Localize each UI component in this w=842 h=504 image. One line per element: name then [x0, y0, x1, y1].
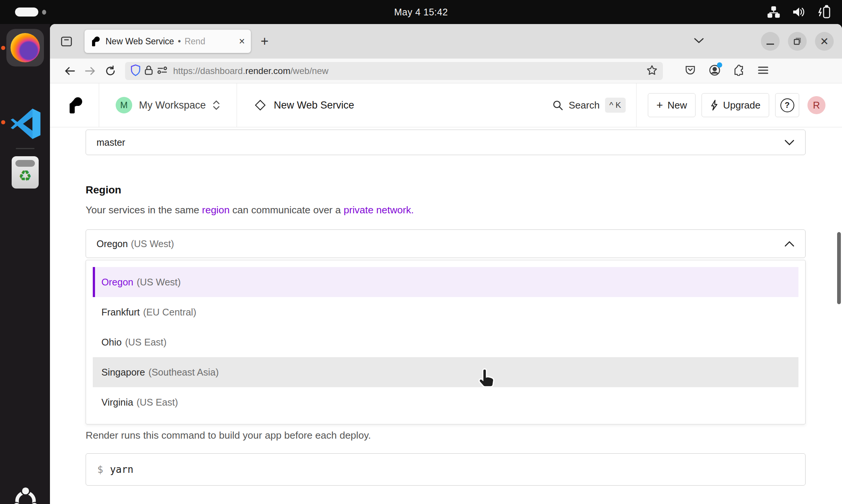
user-avatar[interactable]: R [807, 96, 825, 114]
lightning-icon [710, 100, 718, 111]
scrollbar-thumb[interactable] [837, 232, 841, 304]
region-description: Your services in the same region can com… [86, 204, 806, 216]
navigation-bar: https://dashboard.render.com/web/new [50, 59, 842, 83]
region-select[interactable]: Oregon (US West) [86, 229, 806, 258]
chevron-up-icon [784, 238, 795, 249]
search-label: Search [569, 100, 599, 111]
volume-icon [792, 5, 806, 19]
shell-prompt: $ [97, 464, 103, 475]
system-top-bar: May 4 15:42 [0, 0, 842, 24]
render-logo[interactable] [67, 97, 83, 114]
search-shortcut: ^ K [605, 98, 626, 113]
header-divider [636, 83, 637, 127]
account-icon[interactable] [709, 64, 721, 78]
render-app-header: M My Workspace New Web Service Search ^ … [50, 83, 842, 127]
lock-icon[interactable] [144, 65, 154, 77]
minimize-button[interactable] [761, 32, 780, 51]
reload-button[interactable] [100, 65, 121, 77]
pocket-icon[interactable] [685, 65, 696, 77]
branch-select[interactable]: master [86, 130, 806, 155]
recycle-icon: ♻ [18, 168, 32, 183]
page-title-group: New Web Service [255, 100, 354, 111]
question-icon: ? [780, 98, 794, 112]
back-button[interactable] [60, 66, 80, 76]
private-network-link[interactable]: private network. [344, 204, 414, 216]
dock-item-show-apps-ubuntu[interactable] [10, 485, 41, 504]
menu-icon[interactable] [757, 66, 769, 76]
diamond-icon [255, 100, 266, 110]
workspace-name: My Workspace [139, 100, 206, 111]
region-dropdown: Oregon(US West) Frankfurt(EU Central) Oh… [86, 260, 806, 424]
new-tab-button[interactable]: + [261, 33, 269, 49]
dock-item-firefox[interactable] [6, 29, 44, 66]
tab-new-web-service[interactable]: New Web Service•Rend × [85, 30, 251, 53]
url-bar[interactable]: https://dashboard.render.com/web/new [125, 62, 663, 80]
tab-title: New Web Service•Rend [106, 36, 236, 47]
new-button[interactable]: + New [648, 93, 696, 117]
battery-icon [817, 5, 832, 19]
workspace-avatar: M [116, 97, 132, 113]
build-command-value: yarn [110, 464, 134, 475]
build-command-input[interactable]: $ yarn [86, 453, 806, 486]
workspace-switcher[interactable]: M My Workspace [116, 97, 220, 113]
trash-lid [15, 160, 35, 167]
plus-icon: + [656, 99, 663, 112]
search-button[interactable]: Search ^ K [552, 98, 626, 113]
close-button[interactable]: ✕ [815, 32, 834, 51]
header-divider [99, 83, 99, 127]
url-text[interactable]: https://dashboard.render.com/web/new [173, 66, 329, 76]
page-title: New Web Service [274, 100, 354, 111]
dock-divider [16, 148, 35, 149]
dock-item-trash[interactable]: ♻ [12, 156, 39, 189]
system-tray[interactable] [767, 0, 832, 24]
system-clock[interactable]: May 4 15:42 [0, 7, 842, 18]
maximize-button[interactable] [788, 32, 807, 51]
region-option-frankfurt[interactable]: Frankfurt(EU Central) [93, 297, 798, 327]
mouse-cursor-hand [478, 368, 496, 391]
vscode-running-indicator [1, 120, 5, 124]
tab-title-fade [210, 36, 236, 47]
network-icon [767, 5, 780, 19]
firefox-running-indicator [1, 46, 5, 50]
forward-button[interactable] [80, 66, 100, 76]
account-notification-dot [717, 62, 722, 68]
chevron-down-icon [784, 137, 795, 148]
region-option-singapore[interactable]: Singapore(Southeast Asia) [93, 357, 798, 387]
chevron-updown-icon [213, 100, 220, 111]
tracking-shield-icon[interactable] [130, 64, 141, 78]
permissions-icon[interactable] [157, 65, 168, 77]
upgrade-button[interactable]: Upgrade [702, 93, 769, 117]
firefox-view-button[interactable] [57, 32, 76, 51]
region-option-ohio[interactable]: Ohio(US East) [93, 327, 798, 357]
help-button[interactable]: ? [775, 93, 799, 117]
bookmark-star-icon[interactable] [646, 65, 658, 77]
dock: ♻ [0, 24, 50, 504]
firefox-window: New Web Service•Rend × + ✕ [50, 24, 842, 504]
firefox-icon [11, 33, 40, 62]
search-icon [552, 100, 563, 111]
page-content: master Region Your services in the same … [50, 127, 842, 504]
dock-item-vscode[interactable] [10, 107, 41, 139]
render-favicon [91, 36, 100, 47]
region-option-oregon[interactable]: Oregon(US West) [93, 267, 798, 297]
list-all-tabs-chevron-icon[interactable] [693, 37, 705, 45]
extensions-icon[interactable] [733, 65, 745, 77]
build-command-description: Render runs this command to build your a… [86, 430, 806, 441]
header-divider [237, 83, 237, 127]
region-heading: Region [86, 184, 806, 196]
region-option-virginia[interactable]: Virginia(US East) [93, 387, 798, 417]
tab-bar: New Web Service•Rend × + ✕ [50, 24, 842, 59]
region-link[interactable]: region [202, 204, 230, 216]
tab-close-icon[interactable]: × [239, 36, 245, 47]
